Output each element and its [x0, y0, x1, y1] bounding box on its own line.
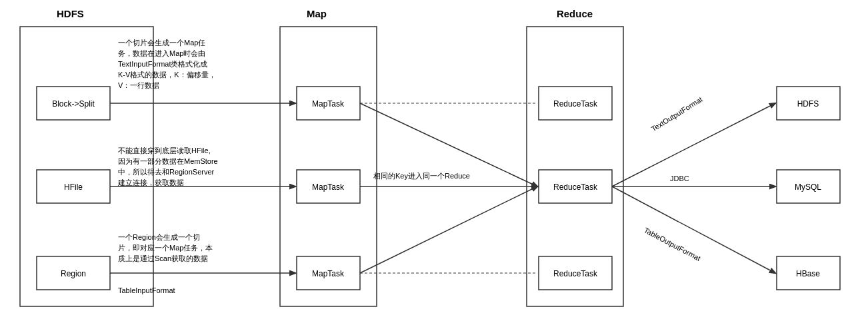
svg-text:Block->Split: Block->Split — [52, 99, 95, 109]
svg-text:HBase: HBase — [796, 269, 820, 278]
svg-text:中，所以得去和RegionServer: 中，所以得去和RegionServer — [118, 168, 215, 176]
svg-text:HDFS: HDFS — [57, 8, 84, 19]
svg-text:ReduceTask: ReduceTask — [553, 182, 598, 192]
svg-text:建立连接，获取数据: 建立连接，获取数据 — [117, 178, 184, 186]
svg-rect-0 — [20, 27, 153, 306]
svg-rect-9 — [297, 87, 360, 120]
svg-rect-23 — [777, 170, 840, 203]
svg-rect-21 — [777, 87, 840, 120]
arrows-svg: Block->Split HFile Region MapTask MapTas… — [0, 0, 868, 333]
svg-text:V：一行数据: V：一行数据 — [118, 81, 159, 89]
svg-rect-19 — [539, 256, 612, 290]
svg-text:Reduce: Reduce — [557, 8, 593, 19]
svg-text:不能直接穿到底层读取HFile,: 不能直接穿到底层读取HFile, — [118, 147, 211, 155]
svg-rect-15 — [539, 87, 612, 120]
svg-text:片，即对应一个Map任务，本: 片，即对应一个Map任务，本 — [118, 244, 213, 252]
svg-text:一个Region会生成一个切: 一个Region会生成一个切 — [118, 233, 200, 241]
svg-text:务，数据在进入Map时会由: 务，数据在进入Map时会由 — [118, 49, 205, 57]
svg-text:TableInputFormat: TableInputFormat — [118, 286, 175, 294]
diagram-container: Block->Split HFile Region MapTask MapTas… — [0, 0, 868, 333]
svg-line-40 — [612, 186, 775, 273]
svg-text:Map: Map — [307, 8, 327, 19]
svg-text:TextInputFormat类格式化成: TextInputFormat类格式化成 — [118, 60, 207, 68]
svg-text:ReduceTask: ReduceTask — [553, 99, 598, 109]
svg-text:Region: Region — [61, 269, 86, 278]
svg-text:相同的Key进入同一个Reduce: 相同的Key进入同一个Reduce — [373, 172, 470, 180]
svg-text:一个切片会生成一个Map任: 一个切片会生成一个Map任 — [118, 39, 205, 47]
svg-text:K-V格式的数据，K：偏移量，: K-V格式的数据，K：偏移量， — [118, 71, 216, 79]
svg-rect-3 — [37, 87, 110, 120]
svg-rect-17 — [539, 170, 612, 203]
svg-line-33 — [360, 103, 537, 186]
svg-text:HDFS: HDFS — [797, 99, 819, 109]
svg-text:MapTask: MapTask — [312, 182, 345, 192]
svg-line-35 — [360, 186, 537, 273]
svg-text:MapTask: MapTask — [312, 99, 345, 109]
svg-text:MySQL: MySQL — [795, 182, 821, 192]
svg-rect-1 — [280, 27, 377, 306]
svg-rect-7 — [37, 256, 110, 290]
svg-line-38 — [612, 103, 775, 186]
svg-text:MapTask: MapTask — [312, 269, 345, 278]
svg-text:JDBC: JDBC — [670, 174, 689, 182]
svg-rect-11 — [297, 170, 360, 203]
svg-rect-13 — [297, 256, 360, 290]
svg-rect-25 — [777, 256, 840, 290]
svg-text:HFile: HFile — [64, 182, 83, 192]
svg-rect-5 — [37, 170, 110, 203]
svg-rect-2 — [527, 27, 623, 306]
svg-text:TableOutputFormat: TableOutputFormat — [643, 226, 702, 262]
svg-text:因为有一部分数据在MemStore: 因为有一部分数据在MemStore — [118, 157, 218, 165]
svg-text:质上是通过Scan获取的数据: 质上是通过Scan获取的数据 — [118, 254, 208, 262]
svg-text:ReduceTask: ReduceTask — [553, 269, 598, 278]
svg-text:TextOutputFormat: TextOutputFormat — [650, 95, 704, 133]
